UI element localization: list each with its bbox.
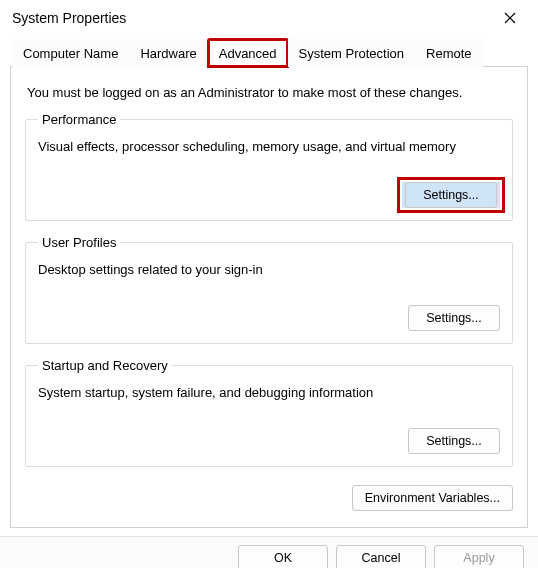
tab-system-protection[interactable]: System Protection [288,39,416,67]
group-user-profiles: User Profiles Desktop settings related t… [25,235,513,344]
titlebar: System Properties [0,0,538,34]
group-startup-recovery-btn-row: Settings... [38,428,500,454]
group-performance-btn-row: Settings... [38,182,500,208]
system-properties-window: System Properties Computer Name Hardware… [0,0,538,568]
group-performance-desc: Visual effects, processor scheduling, me… [38,139,500,154]
group-performance: Performance Visual effects, processor sc… [25,112,513,221]
window-title: System Properties [8,10,126,26]
tab-hardware[interactable]: Hardware [129,39,207,67]
group-startup-recovery: Startup and Recovery System startup, sys… [25,358,513,467]
footer: OK Cancel Apply [0,536,538,568]
env-vars-row: Environment Variables... [25,485,513,511]
ok-button[interactable]: OK [238,545,328,568]
cancel-button[interactable]: Cancel [336,545,426,568]
group-user-profiles-legend: User Profiles [38,235,120,250]
startup-recovery-settings-button[interactable]: Settings... [408,428,500,454]
tab-computer-name[interactable]: Computer Name [12,39,129,67]
performance-settings-highlight: Settings... [402,182,500,208]
group-user-profiles-btn-row: Settings... [38,305,500,331]
tab-advanced[interactable]: Advanced [208,39,288,67]
group-user-profiles-desc: Desktop settings related to your sign-in [38,262,500,277]
environment-variables-button[interactable]: Environment Variables... [352,485,513,511]
group-performance-legend: Performance [38,112,120,127]
group-startup-recovery-legend: Startup and Recovery [38,358,172,373]
group-startup-recovery-desc: System startup, system failure, and debu… [38,385,500,400]
user-profiles-settings-button[interactable]: Settings... [408,305,500,331]
close-icon [504,12,516,24]
tabpanel-advanced: You must be logged on as an Administrato… [10,67,528,528]
tab-remote[interactable]: Remote [415,39,483,67]
body-area: Computer Name Hardware Advanced System P… [0,34,538,536]
performance-settings-button[interactable]: Settings... [405,182,497,208]
tabstrip: Computer Name Hardware Advanced System P… [10,38,528,67]
admin-note: You must be logged on as an Administrato… [27,85,511,100]
close-button[interactable] [490,4,530,32]
apply-button[interactable]: Apply [434,545,524,568]
